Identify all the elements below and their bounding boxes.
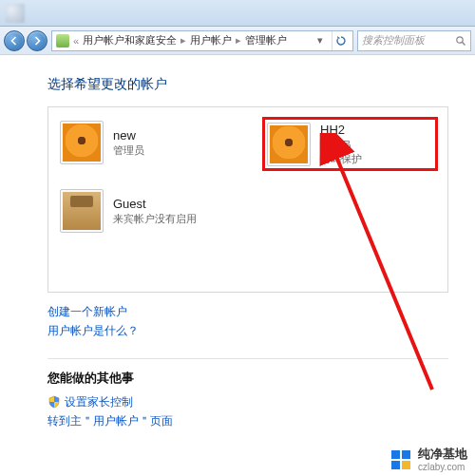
content-area: 选择希望更改的帐户 new 管理员 HH2 管理员 密码保护 Guest 来宾帐… xyxy=(0,55,475,293)
forward-button[interactable] xyxy=(27,30,48,51)
search-placeholder: 搜索控制面板 xyxy=(362,33,425,48)
search-input[interactable]: 搜索控制面板 xyxy=(357,30,471,51)
link-create-account[interactable]: 创建一个新帐户 xyxy=(48,302,475,321)
account-list: new 管理员 HH2 管理员 密码保护 Guest 来宾帐户没有启用 xyxy=(48,106,448,293)
shield-icon xyxy=(48,395,61,409)
account-name: Guest xyxy=(113,196,197,213)
account-role: 管理员 xyxy=(320,139,362,153)
avatar xyxy=(60,189,104,233)
breadcrumb-seg-1[interactable]: 用户帐户和家庭安全 xyxy=(83,33,177,48)
watermark-logo-icon xyxy=(390,448,412,471)
flower-icon xyxy=(63,124,101,162)
spacer xyxy=(58,180,438,183)
control-panel-icon xyxy=(56,34,69,48)
link-what-is-account[interactable]: 用户帐户是什么？ xyxy=(48,321,475,340)
svg-rect-5 xyxy=(391,461,400,469)
other-actions-title: 您能做的其他事 xyxy=(48,371,475,387)
chevron-left-icon: « xyxy=(73,35,79,47)
breadcrumb-seg-2[interactable]: 用户帐户 xyxy=(190,33,232,48)
divider xyxy=(48,358,448,359)
window-icon xyxy=(6,4,25,23)
refresh-button[interactable] xyxy=(332,31,349,50)
back-button[interactable] xyxy=(4,30,25,51)
page-title: 选择希望更改的帐户 xyxy=(48,76,448,93)
avatar xyxy=(60,121,104,164)
account-name: new xyxy=(113,127,144,144)
watermark-title: 纯净基地 xyxy=(418,447,467,462)
briefcase-icon xyxy=(63,192,101,230)
account-item-new[interactable]: new 管理员 xyxy=(58,119,234,166)
watermark-url: czlaby.com xyxy=(418,462,467,473)
account-password-status: 密码保护 xyxy=(320,152,362,166)
link-parental-controls[interactable]: 设置家长控制 xyxy=(65,392,133,411)
account-role: 管理员 xyxy=(113,143,144,158)
svg-rect-3 xyxy=(391,450,400,459)
flower-icon xyxy=(270,125,308,163)
primary-links: 创建一个新帐户 用户帐户是什么？ xyxy=(48,302,475,351)
chevron-right-icon: ▸ xyxy=(180,34,186,47)
svg-rect-4 xyxy=(402,450,410,459)
other-actions: 您能做的其他事 设置家长控制 转到主＂用户帐户＂页面 xyxy=(48,371,475,431)
account-item-guest[interactable]: Guest 来宾帐户没有启用 xyxy=(58,187,234,235)
svg-rect-6 xyxy=(402,461,410,469)
account-name: HH2 xyxy=(320,122,362,139)
link-main-user-accounts[interactable]: 转到主＂用户帐户＂页面 xyxy=(48,411,173,430)
search-icon xyxy=(455,35,466,47)
window-titlebar xyxy=(0,0,475,27)
account-status: 来宾帐户没有启用 xyxy=(113,212,197,226)
watermark: 纯净基地 czlaby.com xyxy=(390,447,467,472)
svg-line-1 xyxy=(463,42,466,45)
account-item-hh2[interactable]: HH2 管理员 密码保护 xyxy=(262,117,438,171)
nav-toolbar: « 用户帐户和家庭安全 ▸ 用户帐户 ▸ 管理帐户 ▾ 搜索控制面板 xyxy=(0,27,475,55)
breadcrumb-dropdown-button[interactable]: ▾ xyxy=(313,31,328,50)
breadcrumb[interactable]: « 用户帐户和家庭安全 ▸ 用户帐户 ▸ 管理帐户 ▾ xyxy=(51,30,353,51)
breadcrumb-seg-3[interactable]: 管理帐户 xyxy=(245,33,287,48)
chevron-right-icon: ▸ xyxy=(236,34,241,47)
avatar xyxy=(267,123,311,166)
svg-point-0 xyxy=(457,36,463,42)
